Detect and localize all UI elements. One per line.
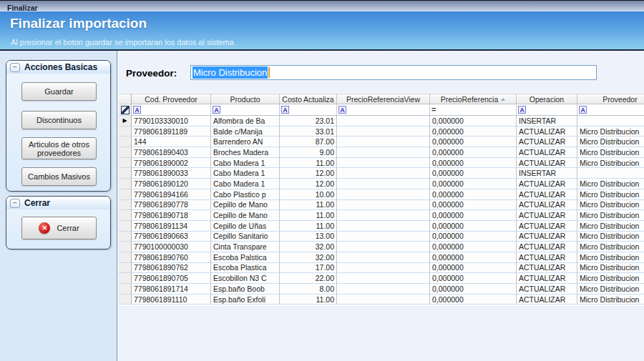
collapse-icon[interactable]: − [10, 63, 20, 72]
cell-oper[interactable]: INSERTAR [517, 116, 577, 127]
row-header-cell[interactable] [119, 158, 132, 169]
row-header-cell[interactable] [119, 200, 132, 211]
table-row[interactable]: 7798061890778Cepillo de Mano11.000,00000… [119, 200, 644, 211]
filter-cell-costo[interactable]: A [280, 104, 337, 116]
cell-prov[interactable]: Micro Distribucion [577, 263, 644, 274]
row-header-cell[interactable] [119, 168, 132, 179]
table-row[interactable]: 7798061891134Cepillo de Uñas11.000,00000… [119, 221, 644, 232]
cell-pref[interactable]: 0,000000 [430, 127, 517, 137]
cell-prview[interactable] [337, 116, 430, 127]
cell-oper[interactable]: ACTUALIZAR [517, 284, 577, 295]
cell-prov[interactable]: Micro Distribucion [577, 137, 644, 147]
cell-prov[interactable]: Micro Distribucion [577, 200, 644, 211]
cell-pref[interactable]: 0,000000 [430, 179, 517, 189]
cell-prview[interactable] [337, 137, 430, 147]
cell-pref[interactable]: 0,000000 [430, 168, 517, 179]
cell-prview[interactable] [337, 242, 430, 252]
cell-cod[interactable]: 7798061891134 [132, 221, 211, 232]
cell-costo[interactable]: 32.00 [280, 242, 337, 252]
cell-costo[interactable]: 9.00 [280, 147, 337, 158]
cell-producto[interactable]: Esp.baño Exfoli [211, 295, 280, 305]
cell-producto[interactable]: Cepillo Sanitario [211, 232, 280, 242]
column-header-costo[interactable]: Costo Actualiza [280, 94, 337, 104]
text-filter-icon[interactable]: A [281, 106, 289, 114]
cell-producto[interactable]: Balde c/Manija [211, 127, 280, 137]
collapse-icon[interactable]: − [10, 199, 20, 208]
cell-pref[interactable]: 0,000000 [430, 221, 517, 232]
cell-pref[interactable]: 0,000000 [430, 295, 517, 305]
filter-cell-producto[interactable]: A [211, 104, 280, 116]
table-row[interactable]: 7798061890403Broches Madera9.000,000000A… [119, 147, 644, 158]
cell-prview[interactable] [337, 252, 430, 263]
cell-costo[interactable]: 11.00 [280, 210, 337, 221]
cell-oper[interactable]: ACTUALIZAR [517, 221, 577, 232]
cell-pref[interactable]: 0,000000 [430, 273, 517, 284]
cell-costo[interactable]: 32.00 [280, 252, 337, 263]
table-row[interactable]: 7798061894166Cabo Plastico p10.000,00000… [119, 189, 644, 200]
cell-cod[interactable]: 7798061890002 [132, 158, 211, 169]
cell-oper[interactable]: ACTUALIZAR [517, 232, 577, 242]
cell-cod[interactable]: 7790103330010 [132, 116, 211, 127]
filter-cell-prview[interactable]: A [337, 104, 430, 116]
cell-pref[interactable]: 0,000000 [430, 158, 517, 169]
cell-producto[interactable]: Cabo Madera 1 [211, 179, 280, 189]
cell-prview[interactable] [337, 168, 430, 179]
cell-prview[interactable] [337, 179, 430, 189]
filter-cell-pref[interactable]: = [430, 104, 517, 116]
cell-oper[interactable]: ACTUALIZAR [517, 137, 577, 147]
equals-filter-icon[interactable]: = [431, 106, 436, 114]
row-header-cell[interactable] [119, 273, 132, 284]
cambios-masivos-button[interactable]: Cambios Masivos [21, 167, 97, 186]
cell-prview[interactable] [337, 189, 430, 200]
cell-producto[interactable]: Cabo Madera 1 [211, 158, 280, 169]
cell-costo[interactable]: 13.00 [280, 232, 337, 242]
table-row[interactable]: 7798061890663Cepillo Sanitario13.000,000… [119, 232, 644, 242]
cell-producto[interactable]: Cinta Transpare [211, 242, 280, 252]
cell-oper[interactable]: ACTUALIZAR [517, 158, 577, 169]
cell-producto[interactable]: Cepillo de Uñas [211, 221, 280, 232]
cell-pref[interactable]: 0,000000 [430, 284, 517, 295]
cell-prov[interactable]: Micro Distribucion [577, 273, 644, 284]
cell-prov[interactable] [577, 168, 644, 179]
cell-prview[interactable] [337, 127, 430, 137]
column-header-producto[interactable]: Producto [211, 94, 280, 104]
cell-producto[interactable]: Broches Madera [211, 147, 280, 158]
cell-prview[interactable] [337, 284, 430, 295]
filter-row-header-cell[interactable] [119, 104, 132, 116]
filter-cell-prov[interactable]: A [577, 104, 644, 116]
cell-cod[interactable]: 7798061891189 [132, 127, 211, 137]
cell-prview[interactable] [337, 263, 430, 274]
cell-prov[interactable]: Micro Distribucion [577, 232, 644, 242]
cell-oper[interactable]: ACTUALIZAR [517, 210, 577, 221]
column-header-oper[interactable]: Operacion [517, 94, 577, 104]
cell-cod[interactable]: 7798061890762 [132, 263, 211, 274]
cell-costo[interactable]: 11.00 [280, 200, 337, 211]
cell-costo[interactable]: 22.00 [280, 273, 337, 284]
cell-producto[interactable]: Escoba Plastica [211, 263, 280, 274]
cell-prov[interactable] [577, 116, 644, 127]
cell-costo[interactable]: 8.00 [280, 284, 337, 295]
cell-producto[interactable]: Alfombra de Ba [211, 116, 280, 127]
row-header-cell[interactable] [119, 210, 132, 221]
cerrar-button[interactable]: ✕ Cerrar [21, 217, 97, 239]
cell-oper[interactable]: ACTUALIZAR [517, 242, 577, 252]
cell-costo[interactable]: 12.00 [280, 168, 337, 179]
text-filter-icon[interactable]: A [579, 106, 587, 114]
cell-pref[interactable]: 0,000000 [430, 242, 517, 252]
row-header-cell[interactable] [119, 242, 132, 252]
cell-prov[interactable]: Micro Distribucion [577, 284, 644, 295]
table-row[interactable]: 7798061890760Escoba Palstica32.000,00000… [119, 252, 644, 263]
table-row[interactable]: 7798061890002Cabo Madera 111.000,000000A… [119, 158, 644, 169]
cell-pref[interactable]: 0,000000 [430, 210, 517, 221]
table-row[interactable]: 144Barrendero AN87.000,000000ACTUALIZARM… [119, 137, 644, 147]
cell-cod[interactable]: 144 [132, 137, 211, 147]
row-header-cell[interactable] [119, 252, 132, 263]
proveedor-input[interactable]: Micro Distribucion [190, 65, 597, 80]
cell-prov[interactable]: Micro Distribucion [577, 127, 644, 137]
filter-cell-cod[interactable]: A [132, 104, 211, 116]
cell-oper[interactable]: ACTUALIZAR [517, 295, 577, 305]
cell-prov[interactable]: Micro Distribucion [577, 221, 644, 232]
cell-prov[interactable]: Micro Distribucion [577, 295, 644, 305]
filter-cell-oper[interactable]: A [517, 104, 577, 116]
cell-prov[interactable]: Micro Distribucion [577, 158, 644, 169]
